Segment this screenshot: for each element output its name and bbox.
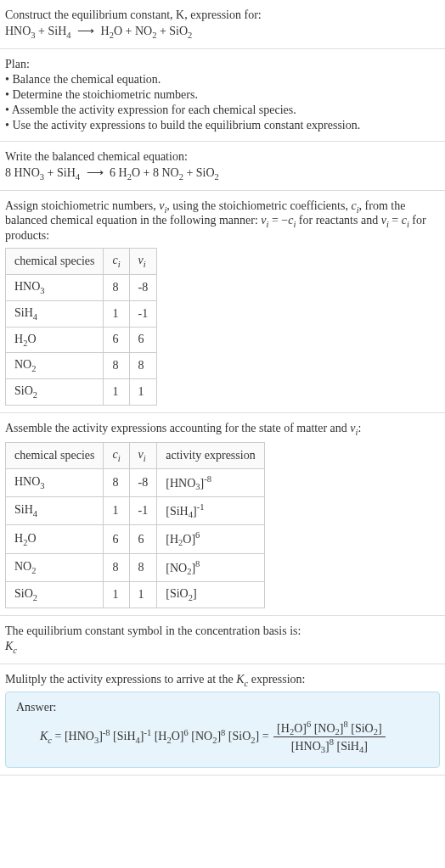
symbol-line2: Kc (5, 640, 440, 655)
plan-item: • Assemble the activity expression for e… (5, 104, 440, 117)
stoich-section: Assign stoichiometric numbers, νi, using… (0, 191, 445, 413)
symbol-line1: The equilibrium constant symbol in the c… (5, 624, 440, 638)
cell-vi: -8 (129, 468, 157, 496)
col-species: chemical species (6, 442, 104, 468)
fraction-denominator: [HNO3]8 [SiH4] (273, 737, 386, 754)
cell-species: SiO2 (6, 379, 104, 406)
cell-species: SiH4 (6, 497, 104, 525)
answer-box: Answer: Kc = [HNO3]-8 [SiH4]-1 [H2O]6 [N… (5, 692, 440, 768)
cell-activity: [H2O]6 (157, 525, 264, 553)
plan-item-text: Assemble the activity expression for eac… (12, 104, 296, 116)
cell-activity: [SiO2] (157, 582, 264, 608)
cell-ci: 1 (104, 582, 129, 608)
table-row: H2O66[H2O]6 (6, 525, 265, 553)
plan-title: Plan: (5, 58, 440, 71)
plan-section: Plan: • Balance the chemical equation. •… (0, 49, 445, 142)
table-row: H2O66 (6, 327, 157, 353)
cell-vi: 1 (129, 379, 157, 406)
cell-species: SiO2 (6, 582, 104, 608)
plan-item: • Use the activity expressions to build … (5, 119, 440, 132)
plan-item: • Determine the stoichiometric numbers. (5, 88, 440, 102)
prompt-text: Construct the equilibrium constant, K, e… (5, 8, 440, 22)
cell-ci: 8 (104, 553, 129, 581)
cell-ci: 8 (104, 353, 129, 379)
plan-item: • Balance the chemical equation. (5, 73, 440, 87)
cell-ci: 1 (104, 300, 129, 327)
arrow-icon: ⟶ (83, 165, 107, 180)
cell-vi: 6 (129, 327, 157, 353)
cell-activity: [SiH4]-1 (157, 497, 264, 525)
plan-item-text: Balance the chemical equation. (12, 73, 161, 86)
symbol-section: The equilibrium constant symbol in the c… (0, 616, 445, 664)
col-ci: ci (104, 442, 129, 468)
balanced-equation: 8 HNO3 + SiH4 ⟶ 6 H2O + 8 NO2 + SiO2 (5, 165, 440, 182)
table-row: NO288 (6, 353, 157, 379)
cell-vi: -8 (129, 274, 157, 300)
table-row: SiH41-1 (6, 300, 157, 327)
cell-ci: 6 (104, 327, 129, 353)
activity-table: chemical species ci νi activity expressi… (5, 442, 265, 608)
cell-activity: [HNO3]-8 (157, 468, 264, 496)
multiply-intro: Mulitply the activity expressions to arr… (5, 673, 440, 688)
table-row: HNO38-8 (6, 274, 157, 300)
plan-item-text: Determine the stoichiometric numbers. (12, 88, 198, 101)
cell-species: SiH4 (6, 300, 104, 327)
prompt-section: Construct the equilibrium constant, K, e… (0, 0, 445, 49)
cell-species: NO2 (6, 553, 104, 581)
plan-item-text: Use the activity expressions to build th… (12, 119, 360, 132)
col-vi: νi (129, 249, 157, 275)
cell-ci: 8 (104, 274, 129, 300)
col-species: chemical species (6, 249, 104, 275)
activity-intro: Assemble the activity expressions accoun… (5, 422, 440, 437)
table-header-row: chemical species ci νi activity expressi… (6, 442, 265, 468)
answer-expression: Kc = [HNO3]-8 [SiH4]-1 [H2O]6 [NO2]8 [Si… (16, 720, 429, 755)
fraction: [H2O]6 [NO2]8 [SiO2] [HNO3]8 [SiH4] (273, 720, 386, 755)
multiply-section: Mulitply the activity expressions to arr… (0, 664, 445, 776)
arrow-icon: ⟶ (74, 24, 98, 38)
table-header-row: chemical species ci νi (6, 249, 157, 275)
table-row: HNO38-8[HNO3]-8 (6, 468, 265, 496)
cell-vi: 6 (129, 525, 157, 553)
cell-vi: 1 (129, 582, 157, 608)
cell-activity: [NO2]8 (157, 553, 264, 581)
prompt-label: Construct the equilibrium constant, K, e… (5, 8, 262, 21)
cell-species: H2O (6, 525, 104, 553)
balanced-section: Write the balanced chemical equation: 8 … (0, 142, 445, 191)
fraction-numerator: [H2O]6 [NO2]8 [SiO2] (273, 720, 386, 737)
stoich-intro: Assign stoichiometric numbers, νi, using… (5, 199, 440, 244)
unbalanced-equation: HNO3 + SiH4 ⟶ H2O + NO2 + SiO2 (5, 24, 440, 40)
table-row: SiO211 (6, 379, 157, 406)
table-row: NO288[NO2]8 (6, 553, 265, 581)
cell-species: NO2 (6, 353, 104, 379)
cell-species: H2O (6, 327, 104, 353)
cell-ci: 1 (104, 379, 129, 406)
cell-vi: 8 (129, 553, 157, 581)
table-row: SiH41-1[SiH4]-1 (6, 497, 265, 525)
col-vi: νi (129, 442, 157, 468)
stoich-table: chemical species ci νi HNO38-8 SiH41-1 H… (5, 248, 157, 406)
cell-vi: 8 (129, 353, 157, 379)
answer-label: Answer: (16, 701, 429, 714)
cell-vi: -1 (129, 300, 157, 327)
col-activity: activity expression (157, 442, 264, 468)
cell-species: HNO3 (6, 274, 104, 300)
cell-vi: -1 (129, 497, 157, 525)
cell-ci: 8 (104, 468, 129, 496)
activity-section: Assemble the activity expressions accoun… (0, 413, 445, 616)
cell-species: HNO3 (6, 468, 104, 496)
cell-ci: 6 (104, 525, 129, 553)
balanced-title: Write the balanced chemical equation: (5, 150, 440, 164)
cell-ci: 1 (104, 497, 129, 525)
table-row: SiO211[SiO2] (6, 582, 265, 608)
col-ci: ci (104, 249, 129, 275)
